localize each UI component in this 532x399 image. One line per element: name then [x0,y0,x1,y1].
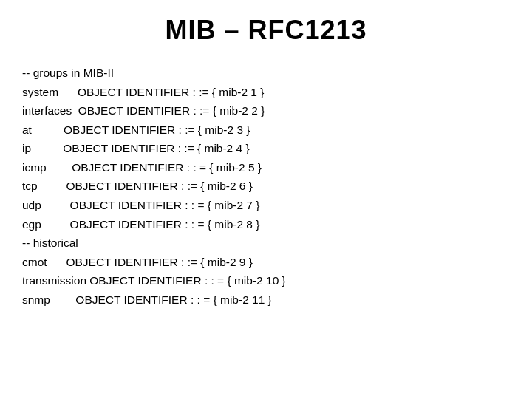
code-line: -- groups in MIB-II [22,64,510,83]
page-title: MIB – RFC1213 [165,15,366,46]
code-line: -- historical [22,233,510,253]
code-line: interfaces OBJECT IDENTIFIER : := { mib-… [22,101,510,120]
code-line: udp OBJECT IDENTIFIER : : = { mib-2 7 } [22,196,510,215]
code-line: ip OBJECT IDENTIFIER : := { mib-2 4 } [22,139,510,158]
code-line: system OBJECT IDENTIFIER : := { mib-2 1 … [22,83,510,102]
code-line: cmot OBJECT IDENTIFIER : := { mib-2 9 } [22,253,510,272]
content-block: -- groups in MIB-IIsystem OBJECT IDENTIF… [22,64,510,309]
code-line: egp OBJECT IDENTIFIER : : = { mib-2 8 } [22,215,510,234]
code-line: at OBJECT IDENTIFIER : := { mib-2 3 } [22,120,510,140]
code-line: snmp OBJECT IDENTIFIER : : = { mib-2 11 … [22,290,510,310]
code-line: transmission OBJECT IDENTIFIER : : = { m… [22,271,510,290]
code-line: tcp OBJECT IDENTIFIER : := { mib-2 6 } [22,177,510,196]
code-line: icmp OBJECT IDENTIFIER : : = { mib-2 5 } [22,158,510,177]
